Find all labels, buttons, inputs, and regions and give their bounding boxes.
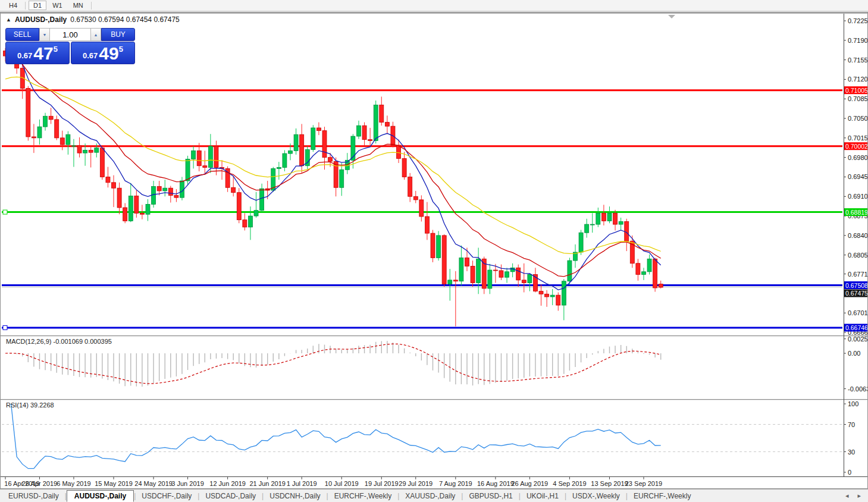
tab-scroll-arrows[interactable]: ◂ ▸ [845,492,864,500]
tab-usdcnh-daily[interactable]: USDCNH-,Daily [264,491,326,501]
one-click-trade-panel: SELL ▼ 1.00 ▲ BUY 0.67 47 5 0.67 49 5 [5,28,135,64]
toolbar-separator [25,2,26,10]
svg-text:0: 0 [848,469,851,476]
svg-text:6 May 2019: 6 May 2019 [57,480,90,487]
svg-text:15 May 2019: 15 May 2019 [95,480,133,487]
sell-price-fraction: 0.67 [17,51,32,60]
sell-price-button[interactable]: 0.67 47 5 [5,42,70,64]
sell-price-big-digits: 47 [33,45,53,62]
svg-text:13 Sep 2019: 13 Sep 2019 [591,480,628,487]
svg-text:RSI(14) 39.2268: RSI(14) 39.2268 [6,401,54,409]
svg-text:24 May 2019: 24 May 2019 [134,480,173,487]
svg-text:MACD(12,26,9) -0.001069 0.0003: MACD(12,26,9) -0.001069 0.000395 [6,338,112,345]
buy-price-button[interactable]: 0.67 49 5 [71,42,135,64]
svg-text:0.67508: 0.67508 [845,282,867,289]
tab-audusd-daily[interactable]: AUDUSD-,Daily [67,490,134,502]
svg-text:16 Aug 2019: 16 Aug 2019 [477,480,514,487]
chart-tab-bar: EURUSD-,Daily|AUDUSD-,Daily|USDCHF-,Dail… [0,489,868,502]
tab-usdx-weekly[interactable]: USDX-,Weekly [566,491,626,501]
tab-xauusd-daily[interactable]: XAUUSD-,Daily [399,491,461,501]
toolbar-separator [91,2,92,10]
timeframe-w1-button[interactable]: W1 [48,1,67,10]
volume-decrease-button[interactable]: ▼ [39,28,50,41]
svg-text:26 Apr 2019: 26 Apr 2019 [22,480,57,487]
svg-text:0.00: 0.00 [848,350,860,357]
timeframe-toolbar: H4D1W1MN [0,0,868,11]
chart-window: ▲ AUDUSD-,Daily 0.67530 0.67594 0.67454 … [0,12,868,489]
svg-text:0.67475: 0.67475 [845,290,867,297]
tab-eurusd-daily[interactable]: EURUSD-,Daily [2,491,65,501]
sell-price-pip: 5 [54,45,58,54]
tab-ukoil-h1[interactable]: UKOil-,H1 [521,491,565,501]
timeframe-mn-button[interactable]: MN [68,1,88,10]
chart-symbol-label: AUDUSD-,Daily [15,15,67,24]
trading-app: H4D1W1MN ▲ AUDUSD-,Daily 0.67530 0.67594… [0,0,868,502]
svg-text:0.66746: 0.66746 [845,324,867,331]
svg-text:30: 30 [848,448,855,456]
chart-ohlc-values: 0.67530 0.67594 0.67454 0.67475 [70,15,180,24]
svg-text:12 Jun 2019: 12 Jun 2019 [209,480,246,487]
svg-text:29 Jul 2019: 29 Jul 2019 [399,480,433,487]
svg-text:0.68050: 0.68050 [848,252,867,259]
svg-text:0.70002: 0.70002 [845,143,867,150]
collapse-triangle-icon[interactable]: ▲ [6,17,11,23]
svg-text:100: 100 [848,400,858,407]
svg-text:0.69450: 0.69450 [848,173,867,180]
svg-text:0.69100: 0.69100 [848,193,867,200]
volume-increase-button[interactable]: ▲ [90,28,101,41]
svg-text:26 Aug 2019: 26 Aug 2019 [511,480,548,487]
sell-button[interactable]: SELL [5,28,39,41]
svg-text:0.71900: 0.71900 [848,37,867,44]
tab-eurchf-weekly[interactable]: EURCHF-,Weekly [628,491,697,501]
timeframe-d1-button[interactable]: D1 [29,1,46,10]
svg-text:3 Jun 2019: 3 Jun 2019 [171,480,203,487]
volume-input[interactable]: 1.00 [50,28,90,41]
svg-text:0.71550: 0.71550 [848,57,867,64]
price-chart-canvas[interactable]: 0.722500.719000.715500.712000.708500.705… [1,12,867,488]
svg-text:0.70150: 0.70150 [848,134,867,142]
tab-usdchf-daily[interactable]: USDCHF-,Daily [136,491,198,501]
buy-price-fraction: 0.67 [83,51,98,60]
svg-text:-0.006320: -0.006320 [848,385,867,393]
svg-text:0.67710: 0.67710 [848,271,867,278]
svg-text:19 Jul 2019: 19 Jul 2019 [365,480,399,487]
svg-text:0.68819: 0.68819 [845,209,867,216]
svg-text:21 Jun 2019: 21 Jun 2019 [249,480,286,487]
svg-text:7 Aug 2019: 7 Aug 2019 [439,480,472,487]
timeframe-h4-button[interactable]: H4 [4,1,22,10]
buy-price-big-digits: 49 [99,45,118,62]
svg-text:4 Sep 2019: 4 Sep 2019 [553,480,586,487]
svg-text:0.72250: 0.72250 [848,17,867,24]
svg-text:23 Sep 2019: 23 Sep 2019 [625,480,662,487]
svg-text:0.70500: 0.70500 [848,115,867,122]
buy-price-pip: 5 [119,45,123,54]
chart-title: ▲ AUDUSD-,Daily 0.67530 0.67594 0.67454 … [6,15,180,24]
svg-text:0.002574: 0.002574 [848,335,867,343]
tab-eurchf-weekly[interactable]: EURCHF-,Weekly [328,491,397,501]
svg-text:0.69800: 0.69800 [848,154,867,161]
tab-usdcad-daily[interactable]: USDCAD-,Daily [199,491,262,501]
svg-text:1 Jul 2019: 1 Jul 2019 [287,480,317,487]
svg-text:0.70850: 0.70850 [848,95,867,102]
tab-gbpusd-h1[interactable]: GBPUSD-,H1 [463,491,518,501]
svg-text:0.71200: 0.71200 [848,76,867,83]
svg-text:70: 70 [848,421,855,428]
svg-text:0.71005: 0.71005 [845,87,867,94]
buy-button[interactable]: BUY [101,28,135,41]
svg-text:0.68400: 0.68400 [848,232,867,239]
svg-text:10 Jul 2019: 10 Jul 2019 [325,480,359,487]
svg-text:0.67010: 0.67010 [848,309,867,316]
